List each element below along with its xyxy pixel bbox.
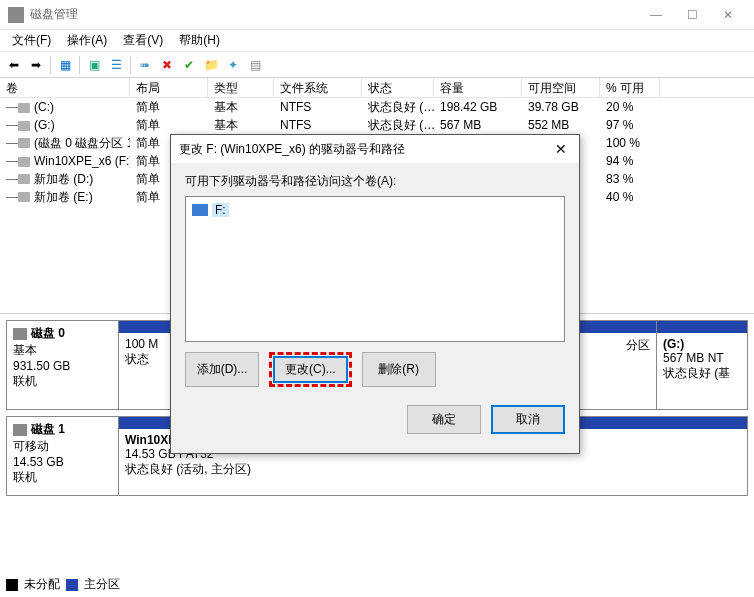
refresh-icon[interactable]: ▣ xyxy=(84,55,104,75)
properties-icon[interactable]: ☰ xyxy=(106,55,126,75)
menu-action[interactable]: 操作(A) xyxy=(59,30,115,51)
menu-help[interactable]: 帮助(H) xyxy=(171,30,228,51)
list-icon[interactable]: ▤ xyxy=(245,55,265,75)
menu-file[interactable]: 文件(F) xyxy=(4,30,59,51)
col-type[interactable]: 类型 xyxy=(208,78,274,97)
folder-icon[interactable]: 📁 xyxy=(201,55,221,75)
close-button[interactable]: ✕ xyxy=(710,5,746,25)
change-button-highlight: 更改(C)... xyxy=(269,352,352,387)
col-free[interactable]: 可用空间 xyxy=(522,78,600,97)
volume-header: 卷 布局 类型 文件系统 状态 容量 可用空间 % 可用 xyxy=(0,78,754,98)
titlebar: 磁盘管理 — ☐ ✕ xyxy=(0,0,754,30)
view-icon[interactable]: ▦ xyxy=(55,55,75,75)
col-fs[interactable]: 文件系统 xyxy=(274,78,362,97)
help-icon[interactable]: ➠ xyxy=(135,55,155,75)
disk-0-partition-g[interactable]: (G:) 567 MB NT 状态良好 (基 xyxy=(657,321,747,409)
change-button[interactable]: 更改(C)... xyxy=(273,356,348,383)
change-drive-letter-dialog: 更改 F: (Win10XPE_x6) 的驱动器号和路径 ✕ 可用下列驱动器号和… xyxy=(170,134,580,454)
disk-icon xyxy=(13,424,27,436)
window-title: 磁盘管理 xyxy=(30,6,638,23)
col-volume[interactable]: 卷 xyxy=(0,78,130,97)
legend-primary-swatch xyxy=(66,579,78,591)
wizard-icon[interactable]: ✦ xyxy=(223,55,243,75)
add-button[interactable]: 添加(D)... xyxy=(185,352,259,387)
disk-icon xyxy=(13,328,27,340)
volume-row[interactable]: —(G:)简单基本NTFS状态良好 (…567 MB552 MB97 % xyxy=(0,116,754,134)
menubar: 文件(F) 操作(A) 查看(V) 帮助(H) xyxy=(0,30,754,52)
volume-row[interactable]: —(C:)简单基本NTFS状态良好 (…198.42 GB39.78 GB20 … xyxy=(0,98,754,116)
dialog-close-icon[interactable]: ✕ xyxy=(551,141,571,157)
maximize-button[interactable]: ☐ xyxy=(674,5,710,25)
ok-button[interactable]: 确定 xyxy=(407,405,481,434)
forward-icon[interactable]: ➡ xyxy=(26,55,46,75)
cancel-button[interactable]: 取消 xyxy=(491,405,565,434)
check-icon[interactable]: ✔ xyxy=(179,55,199,75)
drive-item-f[interactable]: F: xyxy=(190,201,560,219)
drive-listbox[interactable]: F: xyxy=(185,196,565,342)
toolbar: ⬅ ➡ ▦ ▣ ☰ ➠ ✖ ✔ 📁 ✦ ▤ xyxy=(0,52,754,78)
legend-unalloc-swatch xyxy=(6,579,18,591)
app-icon xyxy=(8,7,24,23)
delete-icon[interactable]: ✖ xyxy=(157,55,177,75)
dialog-prompt: 可用下列驱动器号和路径访问这个卷(A): xyxy=(185,173,565,190)
col-status[interactable]: 状态 xyxy=(362,78,434,97)
dialog-title: 更改 F: (Win10XPE_x6) 的驱动器号和路径 xyxy=(179,141,551,158)
col-pct[interactable]: % 可用 xyxy=(600,78,660,97)
dialog-titlebar: 更改 F: (Win10XPE_x6) 的驱动器号和路径 ✕ xyxy=(171,135,579,163)
legend: 未分配 主分区 xyxy=(6,576,120,593)
back-icon[interactable]: ⬅ xyxy=(4,55,24,75)
disk-1-info[interactable]: 磁盘 1 可移动 14.53 GB 联机 xyxy=(7,417,119,495)
col-layout[interactable]: 布局 xyxy=(130,78,208,97)
drive-icon xyxy=(192,204,208,216)
minimize-button[interactable]: — xyxy=(638,5,674,25)
menu-view[interactable]: 查看(V) xyxy=(115,30,171,51)
disk-0-info[interactable]: 磁盘 0 基本 931.50 GB 联机 xyxy=(7,321,119,409)
remove-button[interactable]: 删除(R) xyxy=(362,352,436,387)
col-capacity[interactable]: 容量 xyxy=(434,78,522,97)
